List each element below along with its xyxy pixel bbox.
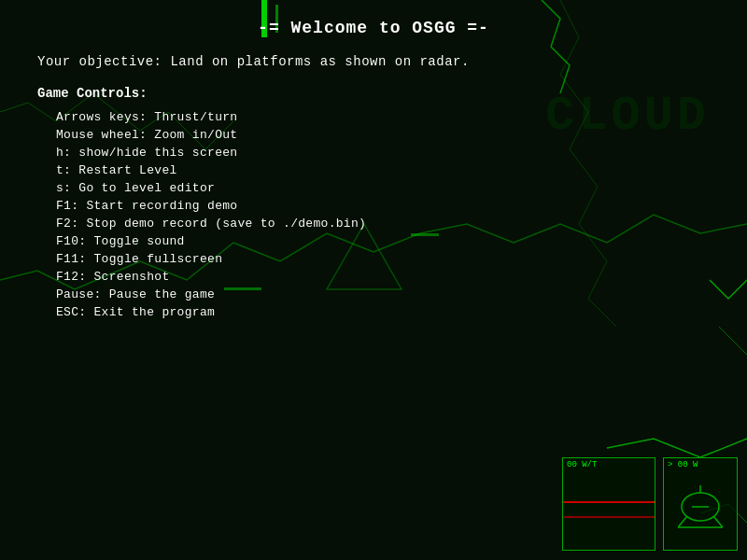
hud-panel-right: > 00 W xyxy=(663,457,738,551)
svg-line-6 xyxy=(678,516,687,527)
control-item-3: t: Restart Level xyxy=(37,161,710,179)
hud-ship-icon xyxy=(664,471,737,546)
hud-red-line-1 xyxy=(563,501,655,503)
hud-panel-radar: 00 W/T xyxy=(562,457,655,551)
control-item-11: ESC: Exit the program xyxy=(37,303,710,321)
controls-list: Arrows keys: Thrust/turn Mouse wheel: Zo… xyxy=(37,108,710,321)
hud-container: 00 W/T > 00 W xyxy=(562,457,738,551)
control-item-6: F2: Stop demo record (save to ./demo.bin… xyxy=(37,215,710,232)
hud-red-line-2 xyxy=(563,516,655,518)
control-item-5: F1: Start recording demo xyxy=(37,197,710,215)
control-item-9: F12: Screenshot xyxy=(37,268,710,286)
controls-header: Game Controls: xyxy=(37,86,710,101)
control-item-2: h: show/hide this screen xyxy=(37,144,710,161)
control-item-0: Arrows keys: Thrust/turn xyxy=(37,108,710,126)
control-item-7: F10: Toggle sound xyxy=(37,232,710,250)
hud-right-label: > 00 W xyxy=(664,458,737,471)
hud-radar-display xyxy=(563,471,655,546)
hud-left-label: 00 W/T xyxy=(563,458,655,471)
control-item-1: Mouse wheel: Zoom in/Out xyxy=(37,126,710,144)
svg-line-7 xyxy=(713,516,723,527)
control-item-8: F11: Toggle fullscreen xyxy=(37,250,710,268)
control-item-4: s: Go to level editor xyxy=(37,179,710,197)
objective-text: Your objective: Land on platforms as sho… xyxy=(37,54,710,69)
control-item-10: Pause: Pause the game xyxy=(37,286,710,303)
welcome-title: -= Welcome to OSGG =- xyxy=(37,19,710,37)
